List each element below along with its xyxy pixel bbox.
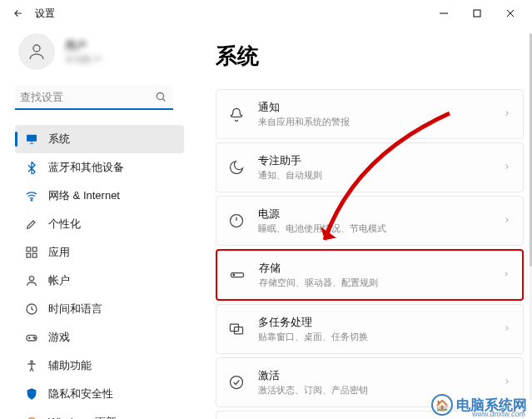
user-sub: 本地帐户 <box>65 53 102 66</box>
card-title: 激活 <box>258 368 490 383</box>
svg-point-2 <box>157 92 163 99</box>
window-title: 设置 <box>35 7 55 21</box>
sidebar-item-monitor[interactable]: 系统 <box>15 125 184 153</box>
sidebar-item-clock[interactable]: 时间和语言 <box>15 295 184 323</box>
sidebar-item-label: 应用 <box>48 245 70 260</box>
monitor-icon <box>25 132 38 146</box>
sidebar-item-shield[interactable]: 隐私和安全性 <box>15 380 184 408</box>
sidebar-item-label: Windows 更新 <box>48 415 117 419</box>
svg-point-1 <box>33 45 40 52</box>
watermark: 🏠 电脑系统网 www.dnxtw.com <box>431 394 527 416</box>
sidebar-item-label: 蓝牙和其他设备 <box>48 160 124 175</box>
chevron-right-icon <box>503 162 511 172</box>
card-title: 通知 <box>258 100 490 115</box>
power-icon <box>228 212 245 229</box>
chevron-right-icon <box>503 377 511 387</box>
sidebar-item-label: 隐私和安全性 <box>48 387 113 402</box>
sidebar-nav: 系统蓝牙和其他设备网络 & Internet个性化应用帐户时间和语言游戏辅助功能… <box>15 125 196 419</box>
card-sub: 通知、自动规则 <box>258 169 490 182</box>
gamepad-icon <box>25 331 38 344</box>
chevron-right-icon <box>503 216 511 226</box>
maximize-button[interactable] <box>460 0 494 27</box>
sidebar-item-label: 游戏 <box>48 330 70 345</box>
user-block[interactable]: 用户 本地帐户 <box>15 33 196 70</box>
minimize-button[interactable] <box>427 0 460 27</box>
sidebar-item-label: 网络 & Internet <box>48 188 120 203</box>
close-button[interactable] <box>494 0 527 27</box>
card-sub: 睡眠、电池使用情况、节电模式 <box>258 222 490 235</box>
multi-icon <box>228 321 245 337</box>
svg-rect-7 <box>27 253 31 257</box>
wifi-icon <box>25 189 38 202</box>
person-icon <box>25 274 38 287</box>
avatar <box>18 33 55 70</box>
chevron-right-icon <box>503 324 511 334</box>
sidebar-item-brush[interactable]: 个性化 <box>15 210 184 238</box>
svg-point-17 <box>233 274 235 276</box>
chevron-right-icon <box>502 270 510 280</box>
sidebar-item-label: 个性化 <box>48 217 81 232</box>
svg-point-14 <box>31 361 33 363</box>
shield-icon <box>25 387 38 401</box>
settings-card-moon[interactable]: 专注助手通知、自动规则 <box>216 142 524 192</box>
sidebar-item-person[interactable]: 帐户 <box>15 267 184 295</box>
card-title: 专注助手 <box>258 153 490 168</box>
settings-card-bell[interactable]: 通知来自应用和系统的警报 <box>216 89 524 139</box>
svg-point-20 <box>231 377 243 389</box>
card-sub: 来自应用和系统的警报 <box>258 116 490 128</box>
svg-rect-8 <box>32 253 37 257</box>
brush-icon <box>25 217 38 231</box>
moon-icon <box>228 159 245 176</box>
accessibility-icon <box>25 359 38 372</box>
sidebar-item-apps[interactable]: 应用 <box>15 238 184 267</box>
search-icon <box>155 91 167 106</box>
sidebar-item-update[interactable]: Windows 更新 <box>15 408 184 419</box>
svg-rect-6 <box>32 247 37 252</box>
update-icon <box>25 416 38 419</box>
search-input[interactable] <box>15 85 173 110</box>
bell-icon <box>228 106 245 122</box>
svg-rect-3 <box>27 135 37 142</box>
card-title: 存储 <box>259 261 489 276</box>
card-sub: 存储空间、驱动器、配置规则 <box>259 277 489 289</box>
sidebar-item-label: 辅助功能 <box>48 358 92 373</box>
sidebar-item-label: 帐户 <box>48 273 70 288</box>
settings-card-multi[interactable]: 多任务处理贴靠窗口、桌面、任务切换 <box>216 304 524 354</box>
house-icon: 🏠 <box>431 394 453 416</box>
bluetooth-icon <box>25 161 38 174</box>
back-button[interactable] <box>5 0 32 27</box>
card-title: 电源 <box>258 207 490 222</box>
svg-point-4 <box>31 200 32 201</box>
settings-card-storage[interactable]: 存储存储空间、驱动器、配置规则 <box>216 249 524 301</box>
clock-icon <box>25 302 38 316</box>
svg-point-9 <box>29 277 33 281</box>
page-title: 系统 <box>216 42 524 71</box>
apps-icon <box>25 246 38 259</box>
card-title: 多任务处理 <box>258 315 490 330</box>
svg-rect-0 <box>474 10 480 17</box>
sidebar-item-label: 系统 <box>48 132 70 147</box>
svg-point-13 <box>34 338 35 339</box>
sidebar-item-bluetooth[interactable]: 蓝牙和其他设备 <box>15 153 184 182</box>
svg-rect-5 <box>27 247 31 252</box>
check-icon <box>228 374 245 391</box>
sidebar-item-label: 时间和语言 <box>48 302 102 317</box>
sidebar-item-accessibility[interactable]: 辅助功能 <box>15 352 184 380</box>
settings-card-power[interactable]: 电源睡眠、电池使用情况、节电模式 <box>216 196 524 246</box>
sidebar-item-wifi[interactable]: 网络 & Internet <box>15 182 184 210</box>
chevron-right-icon <box>503 109 511 119</box>
card-sub: 贴靠窗口、桌面、任务切换 <box>258 331 490 343</box>
storage-icon <box>229 267 246 283</box>
sidebar-item-gamepad[interactable]: 游戏 <box>15 323 184 352</box>
user-name: 用户 <box>65 38 102 53</box>
settings-card-list: 通知来自应用和系统的警报专注助手通知、自动规则电源睡眠、电池使用情况、节电模式存… <box>216 89 524 419</box>
